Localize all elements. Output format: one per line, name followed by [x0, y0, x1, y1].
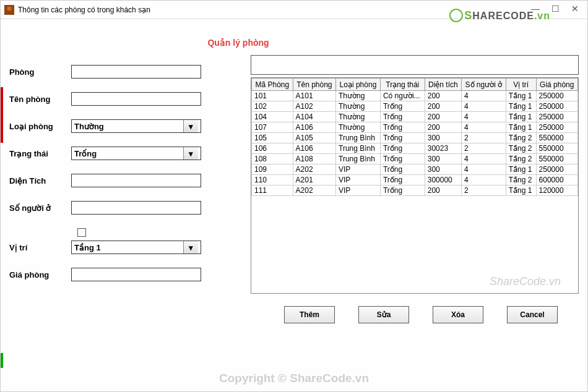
- table-header[interactable]: Vị trí: [506, 79, 536, 91]
- chevron-down-icon: ▾: [183, 147, 198, 160]
- table-cell: Trống: [380, 143, 425, 154]
- dien-tich-input[interactable]: [71, 174, 201, 187]
- vi-tri-checkbox[interactable]: [77, 228, 86, 237]
- table-cell: 102: [252, 101, 293, 112]
- table-cell: 550000: [536, 143, 577, 154]
- room-table-container: Mã PhòngTên phòngLoại phòngTrạng tháiDiệ…: [251, 77, 579, 294]
- table-cell: A105: [293, 133, 335, 143]
- chevron-down-icon: ▾: [183, 120, 198, 132]
- table-cell: 4: [461, 112, 506, 122]
- table-row[interactable]: 104A104ThườngTrống2004Tầng 1250000: [252, 112, 578, 122]
- left-edge-accent-2: [1, 353, 3, 368]
- cancel-button[interactable]: Cancel: [507, 306, 558, 323]
- table-cell: Thường: [336, 122, 381, 133]
- table-cell: 300: [425, 154, 461, 164]
- table-cell: 200: [425, 122, 461, 133]
- table-cell: 200: [425, 101, 461, 112]
- table-cell: Tầng 2: [506, 154, 536, 164]
- table-cell: 250000: [536, 122, 577, 133]
- close-button[interactable]: ✕: [565, 2, 585, 15]
- ten-phong-input[interactable]: [71, 92, 201, 106]
- table-cell: 550000: [536, 154, 577, 164]
- table-cell: 550000: [536, 133, 577, 143]
- table-cell: 111: [252, 185, 293, 196]
- table-row[interactable]: 106A106Trung BìnhTrống300232Tầng 2550000: [252, 143, 578, 154]
- table-cell: A104: [293, 112, 335, 122]
- table-cell: A108: [293, 154, 335, 164]
- table-cell: 2: [461, 133, 506, 143]
- table-header[interactable]: Tên phòng: [293, 79, 335, 91]
- table-cell: Tầng 1: [506, 122, 536, 133]
- maximize-button[interactable]: ☐: [545, 2, 565, 15]
- table-cell: Có người...: [380, 91, 425, 101]
- chevron-down-icon: ▾: [183, 241, 198, 254]
- table-cell: Trung Bình: [336, 143, 381, 154]
- table-cell: 250000: [536, 164, 577, 175]
- table-cell: 200: [425, 112, 461, 122]
- table-header[interactable]: Diện tích: [425, 79, 461, 91]
- table-cell: 104: [252, 112, 293, 122]
- copyright-watermark: Copyright © ShareCode.vn: [1, 372, 587, 385]
- table-header[interactable]: Số người ở: [461, 79, 506, 91]
- table-cell: Trống: [380, 175, 425, 185]
- table-row[interactable]: 108A108Trung BìnhTrống3004Tầng 2550000: [252, 154, 578, 164]
- table-cell: Trống: [380, 164, 425, 175]
- table-cell: 101: [252, 91, 293, 101]
- table-cell: Tầng 1: [506, 101, 536, 112]
- label-dien-tich: Diện Tích: [9, 176, 71, 185]
- room-table[interactable]: Mã PhòngTên phòngLoại phòngTrạng tháiDiệ…: [251, 78, 578, 196]
- table-cell: 200: [425, 185, 461, 196]
- table-row[interactable]: 110A201VIPTrống3000004Tầng 2600000: [252, 175, 578, 185]
- table-cell: 106: [252, 143, 293, 154]
- minimize-button[interactable]: —: [525, 2, 545, 15]
- gia-phong-input[interactable]: [71, 268, 201, 281]
- trang-thai-select[interactable]: Trống ▾: [71, 147, 201, 160]
- table-header[interactable]: Loại phòng: [336, 79, 381, 91]
- label-ten-phong: Tên phòng: [9, 95, 71, 104]
- table-row[interactable]: 101A101ThườngCó người...2004Tầng 1250000: [252, 91, 578, 101]
- sua-button[interactable]: Sửa: [358, 306, 409, 323]
- table-cell: VIP: [336, 185, 381, 196]
- table-cell: 250000: [536, 101, 577, 112]
- so-nguoi-o-input[interactable]: [71, 201, 201, 215]
- table-cell: 2: [461, 143, 506, 154]
- table-row[interactable]: 111A202VIPTrống2002Tầng 1120000: [252, 185, 578, 196]
- table-row[interactable]: 102A102ThườngTrống2004Tầng 1250000: [252, 101, 578, 112]
- vi-tri-select[interactable]: Tầng 1 ▾: [71, 241, 201, 254]
- table-row[interactable]: 105A105Trung BìnhTrống3002Tầng 2550000: [252, 133, 578, 143]
- phong-input[interactable]: [71, 65, 201, 79]
- table-header[interactable]: Mã Phòng: [252, 79, 293, 91]
- left-edge-accent: [1, 87, 3, 143]
- table-row[interactable]: 109A202VIPTrống3004Tầng 1250000: [252, 164, 578, 175]
- table-cell: 4: [461, 175, 506, 185]
- table-row[interactable]: 107A106ThườngTrống2004Tầng 1250000: [252, 122, 578, 133]
- table-cell: Trung Bình: [336, 154, 381, 164]
- table-cell: 4: [461, 101, 506, 112]
- table-cell: A201: [293, 175, 335, 185]
- label-trang-thai: Trạng thái: [9, 149, 71, 158]
- xoa-button[interactable]: Xóa: [433, 306, 483, 323]
- search-input[interactable]: [251, 55, 579, 75]
- table-cell: 600000: [536, 175, 577, 185]
- table-cell: Tầng 2: [506, 175, 536, 185]
- app-icon: [4, 5, 14, 15]
- table-cell: 250000: [536, 112, 577, 122]
- table-cell: 2: [461, 185, 506, 196]
- window-titlebar: Thông tin các phòng có trong khách sạn S…: [1, 1, 587, 19]
- table-cell: Trống: [380, 154, 425, 164]
- table-cell: 108: [252, 154, 293, 164]
- loai-phong-select[interactable]: Thường ▾: [71, 119, 201, 133]
- label-phong: Phòng: [9, 67, 71, 77]
- label-so-nguoi-o: Số người ở: [9, 203, 71, 213]
- table-cell: 300000: [425, 175, 461, 185]
- them-button[interactable]: Thêm: [284, 306, 335, 323]
- table-cell: 120000: [536, 185, 577, 196]
- table-cell: Tầng 1: [506, 164, 536, 175]
- table-header[interactable]: Giá phòng: [536, 79, 577, 91]
- table-cell: A106: [293, 143, 335, 154]
- table-cell: 300: [425, 133, 461, 143]
- vi-tri-value: Tầng 1: [74, 243, 101, 252]
- table-cell: 30023: [425, 143, 461, 154]
- table-cell: 107: [252, 122, 293, 133]
- table-header[interactable]: Trạng thái: [380, 79, 425, 91]
